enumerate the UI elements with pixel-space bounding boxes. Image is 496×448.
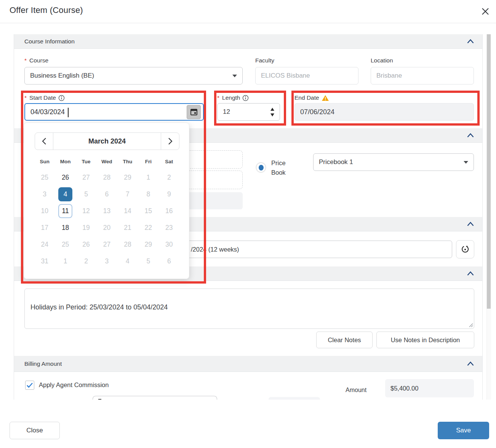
clipped-text-fragment (98, 399, 101, 400)
chevron-up-icon[interactable] (467, 271, 474, 276)
length-value: 12 (223, 108, 230, 116)
course-select[interactable]: Business English (BE) (24, 67, 243, 84)
calendar-day: 3 (96, 253, 117, 269)
calendar-day: 31 (34, 253, 55, 269)
section-header-billing-amount[interactable]: Billing Amount (14, 356, 482, 372)
start-date-input[interactable]: 04/03/2024 (24, 103, 204, 121)
calendar-day: 15 (138, 202, 158, 219)
calendar-day: 14 (117, 202, 138, 219)
calendar-nav: March 2024 (35, 132, 179, 150)
course-label: *Course (24, 57, 48, 64)
chevron-left-icon (42, 137, 46, 145)
faculty-label: Faculty (255, 57, 274, 64)
calendar-day: 25 (34, 169, 55, 186)
calendar-day: 6 (159, 253, 179, 269)
length-input[interactable]: 12 (217, 103, 280, 121)
calendar-day: 7 (117, 186, 138, 202)
previous-month-button[interactable] (35, 133, 53, 150)
calendar-month-label[interactable]: March 2024 (53, 133, 161, 150)
pricebook-select[interactable]: Pricebook 1 (313, 153, 474, 171)
calendar-weekday: Fri (138, 157, 158, 166)
amount-field: $5,400.00 (385, 379, 474, 397)
chevron-up-icon[interactable] (467, 133, 474, 138)
chevron-down-icon (464, 161, 468, 164)
close-button[interactable]: Close (10, 422, 60, 439)
calendar-day: 2 (159, 169, 179, 186)
chevron-down-icon (232, 75, 237, 77)
next-month-button[interactable] (161, 133, 179, 150)
stepper-up-icon[interactable] (270, 108, 274, 111)
calendar-day: 5 (138, 253, 158, 269)
calendar-day: 28 (117, 236, 138, 253)
calendar-day: 1 (138, 169, 158, 186)
required-asterisk: * (24, 94, 27, 101)
notes-textarea[interactable]: Holidays in Period: 25/03/2024 to 05/04/… (24, 289, 474, 329)
use-notes-in-description-button[interactable]: Use Notes in Description (376, 332, 474, 348)
warning-icon (322, 95, 329, 101)
chevron-up-icon[interactable] (467, 222, 474, 226)
calendar-day: 17 (34, 219, 55, 236)
calendar-day: 27 (96, 236, 117, 253)
calendar-day: 4 (117, 253, 138, 269)
calendar-grid: 2526272829123456789101112131415161718192… (34, 169, 179, 269)
calendar-weekday: Sun (34, 157, 55, 166)
section-header-course-information[interactable]: Course Information (14, 34, 482, 49)
number-stepper[interactable] (270, 108, 274, 116)
required-asterisk: * (217, 94, 219, 101)
reset-icon (461, 245, 469, 253)
start-date-value: 04/03/2024 (30, 108, 65, 116)
course-select-value: Business English (BE) (30, 72, 94, 80)
stepper-down-icon[interactable] (270, 113, 274, 116)
chevron-up-icon[interactable] (467, 39, 474, 44)
calendar-day[interactable]: 4 (55, 186, 75, 202)
calendar-day: 28 (96, 169, 117, 186)
price-book-radio-label: Price Book (271, 158, 299, 177)
calendar-weekday: Tue (76, 157, 96, 166)
end-date-field: 07/06/2024 (294, 103, 474, 121)
calendar-day: 12 (76, 202, 96, 219)
close-icon[interactable] (479, 5, 491, 18)
reset-button[interactable] (456, 240, 474, 258)
period-value: /2024 (12 weeks) (191, 246, 239, 253)
calendar-weekday: Sat (159, 157, 179, 166)
save-button[interactable]: Save (438, 422, 489, 439)
calendar-day: 6 (96, 186, 117, 202)
location-label: Location (371, 57, 393, 64)
calendar-day: 16 (159, 202, 179, 219)
apply-agent-commission-label: Apply Agent Commission (39, 381, 109, 389)
faculty-field: ELICOS Bisbane (255, 67, 358, 84)
calendar-weekdays: SunMonTueWedThuFriSat (34, 157, 179, 166)
required-asterisk: * (24, 57, 27, 64)
calendar-day[interactable]: 26 (55, 169, 75, 186)
info-icon[interactable] (58, 95, 65, 101)
calendar-day: 26 (76, 236, 96, 253)
section-title: Course Information (24, 38, 75, 45)
header-divider (0, 23, 496, 23)
start-date-label: *Start Date (24, 94, 65, 101)
calendar-day[interactable]: 11 (55, 202, 75, 219)
chevron-right-icon (168, 137, 173, 145)
calendar-day[interactable]: 18 (55, 219, 75, 236)
price-book-radio[interactable] (256, 163, 266, 172)
calendar-day: 29 (117, 169, 138, 186)
clipped-input (93, 396, 217, 400)
amount-label: Amount (346, 387, 366, 394)
chevron-up-icon[interactable] (467, 361, 474, 366)
check-icon (26, 382, 33, 388)
amount-value: $5,400.00 (390, 385, 418, 392)
info-icon[interactable] (242, 95, 249, 101)
section-title: Billing Amount (24, 360, 62, 367)
end-date-label: End Date (294, 94, 329, 101)
end-date-value: 07/06/2024 (300, 108, 334, 116)
apply-agent-commission-checkbox[interactable] (25, 381, 34, 390)
calendar-day: 5 (76, 186, 96, 202)
clear-notes-button[interactable]: Clear Notes (316, 332, 373, 348)
calendar-day: 24 (34, 236, 55, 253)
calendar-day: 8 (138, 186, 158, 202)
calendar-day: 9 (159, 186, 179, 202)
scrollbar-thumb[interactable] (487, 34, 491, 309)
calendar-day: 20 (96, 219, 117, 236)
calendar-weekday: Mon (55, 157, 75, 166)
calendar-icon[interactable] (187, 105, 201, 119)
length-label: *Length (217, 94, 249, 101)
